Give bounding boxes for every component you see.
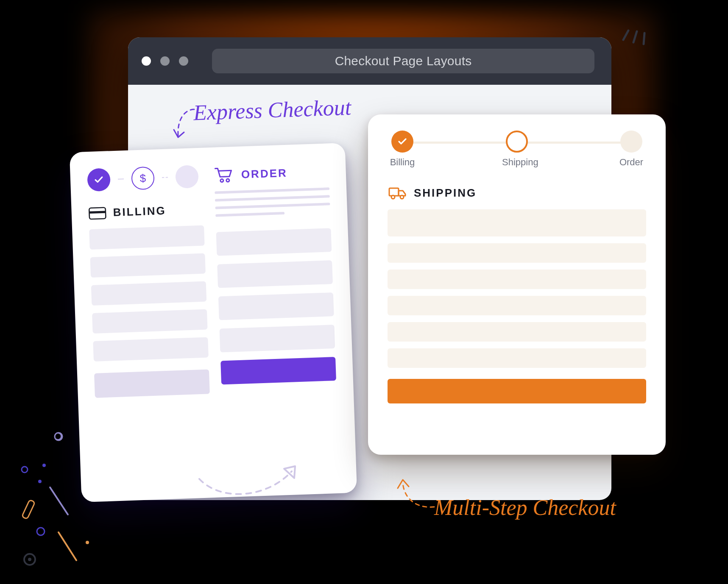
shipping-title: SHIPPING <box>414 186 477 200</box>
confetti-icon <box>8 424 119 576</box>
form-placeholder[interactable] <box>90 253 206 278</box>
multistep-checkout-card: Billing Shipping Order SHIPPING <box>368 114 666 455</box>
step-label: Billing <box>388 157 417 168</box>
billing-title: BILLING <box>113 204 166 219</box>
step-connector <box>162 177 168 178</box>
order-item-placeholder <box>216 228 332 256</box>
shipping-header: SHIPPING <box>388 186 646 200</box>
step-shipping[interactable]: Shipping <box>502 131 532 168</box>
text-placeholder <box>215 212 285 217</box>
arrow-curve-icon <box>195 458 305 504</box>
dollar-icon: $ <box>139 172 146 185</box>
svg-point-12 <box>37 528 45 535</box>
form-placeholder[interactable] <box>91 281 207 306</box>
form-placeholder[interactable] <box>388 209 646 236</box>
step-label: Order <box>616 157 646 168</box>
step-connector <box>118 178 124 179</box>
svg-rect-4 <box>389 188 399 196</box>
form-placeholder[interactable] <box>388 243 646 263</box>
step-pending <box>175 165 199 189</box>
order-header: ORDER <box>214 163 329 184</box>
check-icon <box>397 136 407 147</box>
order-item-placeholder <box>220 325 335 352</box>
express-right-column: ORDER <box>214 160 340 480</box>
form-placeholder[interactable] <box>388 322 646 342</box>
order-title: ORDER <box>241 166 287 181</box>
express-steps: $ <box>87 165 203 192</box>
form-placeholder[interactable] <box>89 225 205 250</box>
billing-header: BILLING <box>88 203 204 220</box>
browser-header: Checkout Page Layouts <box>128 37 611 85</box>
multistep-submit-button[interactable] <box>388 379 646 403</box>
form-placeholder[interactable] <box>388 270 646 289</box>
stage: Checkout Page Layouts $ <box>0 0 728 584</box>
cart-icon <box>214 166 234 184</box>
svg-point-5 <box>391 195 395 199</box>
text-placeholder <box>215 195 330 201</box>
multi-label: Multi-Step Checkout <box>434 495 616 520</box>
step-billing[interactable]: Billing <box>388 131 417 168</box>
window-dot-min[interactable] <box>160 56 170 66</box>
form-placeholder[interactable] <box>388 348 646 368</box>
order-item-placeholder <box>217 260 333 288</box>
svg-point-2 <box>220 179 223 182</box>
arrow-down-icon <box>169 105 203 146</box>
text-placeholder <box>215 187 329 194</box>
step-dollar: $ <box>131 167 155 190</box>
text-placeholder <box>215 203 330 209</box>
address-bar: Checkout Page Layouts <box>212 49 594 73</box>
order-item-placeholder <box>218 292 334 320</box>
multistep-progress: Billing Shipping Order <box>388 131 646 174</box>
svg-point-3 <box>226 179 229 182</box>
form-placeholder[interactable] <box>388 296 646 315</box>
arrow-up-icon <box>393 475 440 513</box>
step-order[interactable]: Order <box>616 131 646 168</box>
form-placeholder[interactable] <box>93 337 209 361</box>
page-title: Checkout Page Layouts <box>335 54 472 68</box>
svg-rect-1 <box>89 211 106 214</box>
express-submit-button[interactable] <box>220 357 336 384</box>
svg-point-14 <box>28 558 31 561</box>
svg-point-15 <box>86 541 89 544</box>
svg-point-10 <box>38 480 42 483</box>
form-placeholder[interactable] <box>94 369 210 398</box>
window-dot-max[interactable] <box>179 56 188 66</box>
window-dot-close[interactable] <box>142 56 151 66</box>
svg-rect-11 <box>22 500 35 519</box>
svg-point-8 <box>22 467 28 473</box>
step-label: Shipping <box>502 157 532 168</box>
credit-card-icon <box>88 206 106 220</box>
spark-icon <box>619 19 653 48</box>
svg-point-6 <box>400 195 404 199</box>
truck-icon <box>388 186 407 200</box>
window-controls <box>142 56 188 66</box>
svg-point-9 <box>42 464 46 467</box>
step-completed-icon <box>87 168 111 192</box>
form-placeholder[interactable] <box>92 309 208 334</box>
